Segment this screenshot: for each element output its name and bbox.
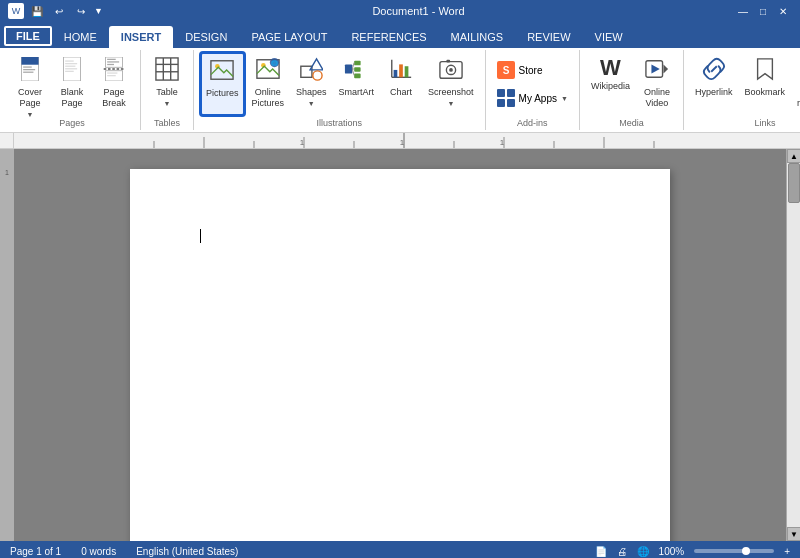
customize-qat[interactable]: ▼ [94,6,103,16]
undo-button[interactable]: ↩ [50,3,68,19]
svg-rect-19 [156,58,178,80]
tab-design[interactable]: DESIGN [173,26,239,48]
text-cursor [200,229,201,243]
wikipedia-button[interactable]: W Wikipedia [586,52,635,116]
svg-rect-51 [497,89,505,97]
screenshot-label: Screenshot [428,87,474,98]
tab-file[interactable]: FILE [4,26,52,46]
minimize-button[interactable]: — [734,3,752,19]
svg-marker-57 [651,64,659,73]
tab-insert[interactable]: INSERT [109,26,173,48]
title-bar: W 💾 ↩ ↪ ▼ Document1 - Word — □ ✕ [0,0,800,22]
tab-view[interactable]: VIEW [583,26,635,48]
svg-rect-6 [65,60,74,61]
blank-page-icon [60,57,84,85]
table-dropdown: ▼ [164,100,171,107]
online-pictures-label: OnlinePictures [252,87,285,109]
save-quick-button[interactable]: 💾 [28,3,46,19]
shapes-dropdown: ▼ [308,100,315,107]
media-group-label: Media [586,116,677,130]
redo-button[interactable]: ↪ [72,3,90,19]
close-button[interactable]: ✕ [774,3,792,19]
svg-text:S: S [502,65,509,76]
view-mode-read[interactable]: 📄 [595,546,607,557]
zoom-thumb[interactable] [742,547,750,555]
chart-label: Chart [390,87,412,98]
svg-line-58 [711,66,717,72]
page-break-button[interactable]: PageBreak [94,52,134,116]
blank-page-button[interactable]: BlankPage [52,52,92,116]
svg-rect-1 [21,57,38,65]
svg-rect-14 [107,64,114,65]
maximize-button[interactable]: □ [754,3,772,19]
hyperlink-button[interactable]: Hyperlink [690,52,738,116]
language-status: English (United States) [136,546,238,557]
screenshot-dropdown: ▼ [447,100,454,107]
online-pictures-icon: 🌐 [256,57,280,85]
document-page[interactable] [130,169,670,541]
cover-page-label: CoverPage [18,87,42,109]
tab-mailings[interactable]: MAILINGS [439,26,516,48]
store-icon: S [497,61,515,79]
svg-text:1: 1 [500,138,505,147]
svg-rect-8 [65,66,75,67]
group-media: W Wikipedia OnlineVideo Media [580,50,684,130]
svg-rect-3 [23,69,35,70]
status-bar: Page 1 of 1 0 words English (United Stat… [0,541,800,558]
wikipedia-icon: W [600,57,621,79]
svg-rect-10 [65,71,74,72]
tab-pagelayout[interactable]: PAGE LAYOUT [239,26,339,48]
store-button[interactable]: S Store [492,58,572,82]
svg-rect-48 [446,60,450,63]
illustrations-group-label: Illustrations [200,116,479,130]
view-mode-web[interactable]: 🌐 [637,546,649,557]
chart-icon [389,57,413,85]
vertical-scrollbar[interactable]: ▲ ▼ [786,149,800,541]
cover-page-button[interactable]: CoverPage ▼ [10,52,50,116]
online-pictures-button[interactable]: 🌐 OnlinePictures [247,52,290,116]
view-mode-print[interactable]: 🖨 [617,546,627,557]
page-status: Page 1 of 1 [10,546,61,557]
ribbon-content: CoverPage ▼ Bla [0,48,800,132]
online-video-icon [645,57,669,85]
zoom-in-button[interactable]: + [784,546,790,557]
scroll-up-button[interactable]: ▲ [787,149,800,163]
svg-rect-12 [107,59,116,60]
tab-references[interactable]: REFERENCES [339,26,438,48]
svg-point-32 [313,71,322,80]
bookmark-button[interactable]: Bookmark [739,52,790,116]
shapes-button[interactable]: Shapes ▼ [291,52,332,116]
page-break-label: PageBreak [102,87,126,109]
svg-text:1: 1 [300,138,305,147]
svg-line-37 [353,63,355,69]
tab-review[interactable]: REVIEW [515,26,582,48]
svg-rect-54 [507,99,515,107]
svg-rect-9 [65,68,77,69]
smartart-button[interactable]: SmartArt [334,52,380,116]
tables-items: Table ▼ [147,52,187,116]
document-title: Document1 - Word [109,5,728,17]
zoom-slider[interactable] [694,549,774,553]
scrollbar-track[interactable] [787,163,800,527]
my-apps-button[interactable]: My Apps ▼ [492,86,573,110]
svg-rect-17 [107,72,117,73]
cross-reference-button[interactable]: Cross-reference [792,52,800,116]
table-button[interactable]: Table ▼ [147,52,187,116]
pictures-button[interactable]: Pictures [200,52,245,116]
title-bar-left-icons: W 💾 ↩ ↪ ▼ [8,3,103,19]
svg-line-39 [353,69,355,75]
screenshot-button[interactable]: Screenshot ▼ [423,52,479,116]
chart-button[interactable]: Chart [381,52,421,116]
status-right: 📄 🖨 🌐 100% + [595,546,790,557]
store-label: Store [519,65,543,76]
online-video-button[interactable]: OnlineVideo [637,52,677,116]
scroll-down-button[interactable]: ▼ [787,527,800,541]
document-area: 1 ▲ ▼ [0,149,800,541]
tab-home[interactable]: HOME [52,26,109,48]
svg-rect-18 [107,75,116,76]
svg-rect-42 [394,70,398,77]
scrollbar-thumb[interactable] [788,163,800,203]
zoom-level: 100% [659,546,685,557]
group-pages: CoverPage ▼ Bla [4,50,141,130]
document-scroll-area[interactable] [14,149,786,541]
